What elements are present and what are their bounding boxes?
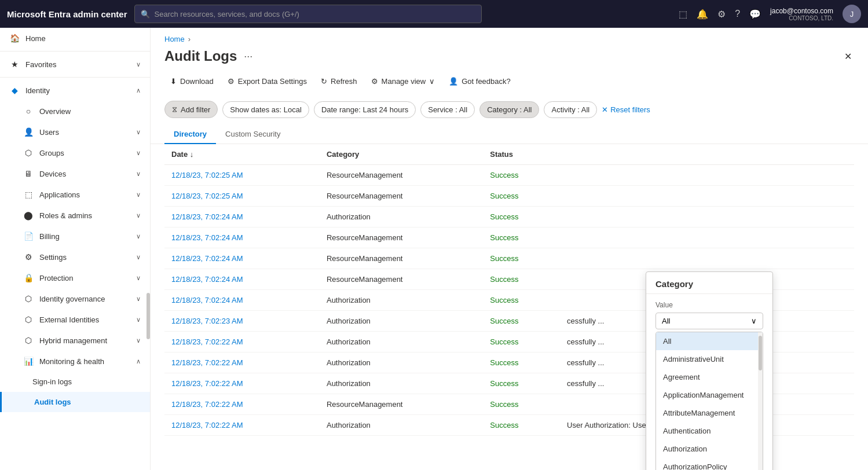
category-item[interactable]: Authentication — [656, 422, 763, 440]
row-date-link[interactable]: 12/18/23, 7:02:23 AM — [171, 317, 243, 325]
sidebar: 🏠 Home ★ Favorites ∨ ◆ Identity ∧ ○ Over… — [0, 28, 151, 470]
show-dates-filter[interactable]: Show dates as: Local — [222, 101, 309, 118]
row-date-link[interactable]: 12/18/23, 7:02:24 AM — [171, 254, 243, 263]
category-items-list: AllAdministrativeUnitAgreementApplicatio… — [656, 332, 763, 470]
billing-icon: 📄 — [23, 232, 34, 241]
sidebar-item-identity-governance[interactable]: ⬡ Identity governance ∨ — [0, 288, 150, 309]
row-date-link[interactable]: 12/18/23, 7:02:22 AM — [171, 379, 243, 388]
sidebar-item-applications[interactable]: ⬚ Applications ∨ — [0, 184, 150, 205]
topbar: Microsoft Entra admin center 🔍 ⬚ 🔔 ⚙ ? 💬… — [0, 0, 868, 28]
search-bar[interactable]: 🔍 — [134, 5, 482, 23]
sidebar-devices-label: Devices — [39, 170, 66, 178]
sidebar-item-identity[interactable]: ◆ Identity ∧ — [0, 80, 150, 101]
sidebar-item-hybrid-management[interactable]: ⬡ Hybrid management ∨ — [0, 330, 150, 351]
more-options-button[interactable]: ··· — [244, 50, 252, 63]
refresh-icon: ↻ — [321, 77, 327, 86]
download-icon: ⬇ — [170, 77, 177, 86]
sidebar-item-monitoring[interactable]: 📊 Monitoring & health ∧ — [0, 351, 150, 372]
download-button[interactable]: ⬇ Download — [164, 74, 219, 89]
row-status: Success — [483, 394, 560, 415]
row-date-link[interactable]: 12/18/23, 7:02:25 AM — [171, 171, 243, 179]
manage-view-icon: ⚙ — [371, 77, 378, 86]
category-item[interactable]: ApplicationManagement — [656, 386, 763, 404]
roles-chevron: ∨ — [136, 212, 141, 219]
page-title: Audit Logs — [164, 48, 237, 64]
row-date-link[interactable]: 12/18/23, 7:02:24 AM — [171, 233, 243, 242]
category-item[interactable]: AttributeManagement — [656, 404, 763, 422]
help-icon[interactable]: ? — [735, 9, 740, 19]
devices-icon: 🖥 — [23, 169, 34, 178]
category-filter[interactable]: Category : All — [479, 101, 539, 118]
row-category: Authorization — [320, 373, 483, 394]
export-button[interactable]: ⚙ Export Data Settings — [222, 74, 313, 89]
reset-filters-button[interactable]: ✕ Reset filters — [602, 105, 650, 114]
row-category: ResourceManagement — [320, 394, 483, 415]
sidebar-item-users[interactable]: 👤 Users ∨ — [0, 122, 150, 142]
row-date-link[interactable]: 12/18/23, 7:02:24 AM — [171, 275, 243, 284]
row-date-link[interactable]: 12/18/23, 7:02:24 AM — [171, 296, 243, 304]
sidebar-item-billing[interactable]: 📄 Billing ∨ — [0, 226, 150, 247]
search-input[interactable] — [155, 10, 475, 19]
feedback-button[interactable]: 👤 Got feedback? — [443, 74, 517, 89]
identity-governance-icon: ⬡ — [23, 294, 34, 303]
category-select[interactable]: All ∨ — [655, 313, 763, 329]
search-icon: 🔍 — [141, 10, 150, 19]
sidebar-item-sign-in-logs[interactable]: Sign-in logs — [0, 372, 150, 392]
sidebar-item-home[interactable]: 🏠 Home — [0, 28, 150, 49]
row-category: Authorization — [320, 290, 483, 311]
breadcrumb-home[interactable]: Home — [164, 35, 185, 43]
devices-chevron: ∨ — [136, 170, 141, 178]
col-date[interactable]: Date ↓ — [164, 144, 320, 165]
sidebar-item-external-identities[interactable]: ⬡ External Identities ∨ — [0, 309, 150, 330]
home-icon: 🏠 — [9, 34, 20, 43]
service-filter[interactable]: Service : All — [420, 101, 475, 118]
close-button[interactable]: ✕ — [842, 49, 854, 64]
row-date-link[interactable]: 12/18/23, 7:02:22 AM — [171, 400, 243, 409]
sidebar-item-overview[interactable]: ○ Overview — [0, 101, 150, 122]
category-selected-value: All — [662, 317, 670, 325]
row-status: Success — [483, 311, 560, 332]
sidebar-item-audit-logs[interactable]: Audit logs — [0, 392, 150, 412]
overview-icon: ○ — [23, 107, 34, 116]
tab-custom-security[interactable]: Custom Security — [216, 125, 290, 144]
tab-directory[interactable]: Directory — [164, 125, 216, 144]
sidebar-item-devices[interactable]: 🖥 Devices ∨ — [0, 163, 150, 184]
portal-icon[interactable]: ⬚ — [679, 9, 687, 20]
avatar[interactable]: J — [843, 5, 861, 23]
row-status: Success — [483, 248, 560, 269]
activity-filter[interactable]: Activity : All — [544, 101, 597, 118]
category-item[interactable]: AuthorizationPolicy — [656, 458, 763, 470]
category-item[interactable]: Authorization — [656, 440, 763, 458]
row-date-link[interactable]: 12/18/23, 7:02:25 AM — [171, 192, 243, 200]
manage-view-button[interactable]: ⚙ Manage view ∨ — [365, 74, 441, 89]
notification-icon[interactable]: 🔔 — [697, 9, 708, 20]
category-item[interactable]: All — [656, 332, 763, 350]
external-identities-chevron: ∨ — [136, 316, 141, 324]
date-range-filter[interactable]: Date range: Last 24 hours — [314, 101, 416, 118]
refresh-button[interactable]: ↻ Refresh — [315, 74, 363, 89]
sidebar-identity-label: Identity — [25, 86, 50, 95]
add-filter-button[interactable]: ⧖ Add filter — [164, 101, 218, 118]
tabs: Directory Custom Security — [151, 125, 868, 144]
sidebar-item-protection[interactable]: 🔒 Protection ∨ — [0, 267, 150, 288]
row-date-link[interactable]: 12/18/23, 7:02:22 AM — [171, 358, 243, 367]
settings-icon[interactable]: ⚙ — [717, 9, 726, 20]
row-category: Authorization — [320, 207, 483, 227]
feedback-icon[interactable]: 💬 — [749, 9, 761, 20]
category-item[interactable]: AdministrativeUnit — [656, 350, 763, 368]
export-icon: ⚙ — [228, 77, 235, 86]
row-category: ResourceManagement — [320, 186, 483, 207]
row-date-link[interactable]: 12/18/23, 7:02:22 AM — [171, 337, 243, 346]
row-date-link[interactable]: 12/18/23, 7:02:22 AM — [171, 421, 243, 429]
category-item[interactable]: Agreement — [656, 368, 763, 386]
row-category: ResourceManagement — [320, 227, 483, 248]
row-date-link[interactable]: 12/18/23, 7:02:24 AM — [171, 212, 243, 221]
users-icon: 👤 — [23, 127, 34, 137]
user-org: CONTOSO, LTD. — [789, 15, 833, 21]
sidebar-item-groups[interactable]: ⬡ Groups ∨ — [0, 142, 150, 163]
sidebar-item-roles[interactable]: ⬤ Roles & admins ∨ — [0, 205, 150, 226]
user-menu[interactable]: jacob@contoso.com CONTOSO, LTD. — [770, 7, 833, 21]
protection-icon: 🔒 — [23, 273, 34, 282]
sidebar-item-favorites[interactable]: ★ Favorites ∨ — [0, 54, 150, 75]
sidebar-item-settings[interactable]: ⚙ Settings ∨ — [0, 247, 150, 267]
